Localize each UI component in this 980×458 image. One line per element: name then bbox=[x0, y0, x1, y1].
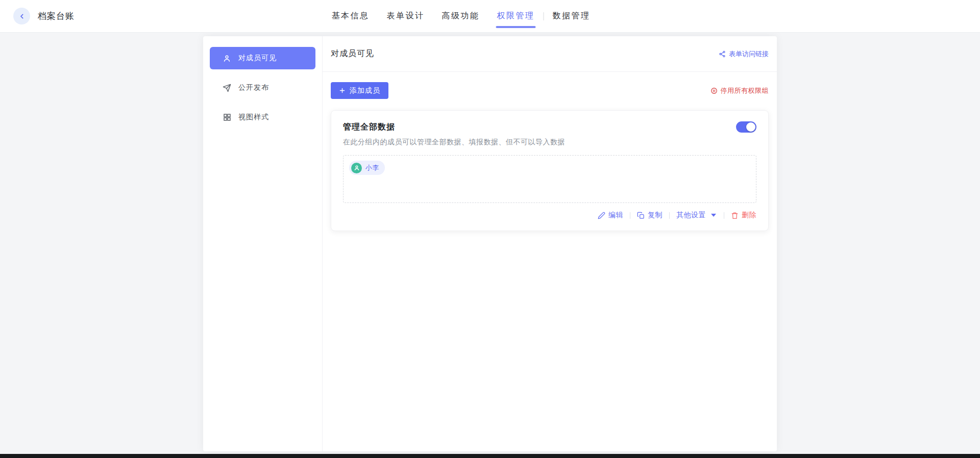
tab-basic-info[interactable]: 基本信息 bbox=[323, 0, 378, 32]
permission-panel: 对成员可见 表单访问链接 添加成员 bbox=[323, 36, 777, 451]
tab-data-management[interactable]: 数据管理 bbox=[544, 0, 599, 32]
action-divider bbox=[669, 212, 670, 219]
tab-form-design[interactable]: 表单设计 bbox=[378, 0, 433, 32]
other-settings-dropdown[interactable]: 其他设置 bbox=[676, 211, 717, 220]
content-card: 对成员可见 公开发布 视图样式 对成员可见 bbox=[203, 36, 777, 451]
add-member-button-label: 添加成员 bbox=[350, 86, 380, 95]
action-divider bbox=[724, 212, 724, 219]
pause-circle-icon bbox=[710, 87, 718, 94]
group-description: 在此分组内的成员可以管理全部数据、填报数据、但不可以导入数据 bbox=[343, 138, 756, 147]
sidebar-item-label: 公开发布 bbox=[238, 83, 269, 92]
toggle-knob bbox=[746, 122, 755, 132]
permission-group-card: 管理全部数据 在此分组内的成员可以管理全部数据、填报数据、但不可以导入数据 小李 bbox=[331, 110, 769, 231]
copy-link[interactable]: 复制 bbox=[637, 211, 663, 220]
panel-header: 对成员可见 表单访问链接 bbox=[323, 36, 777, 72]
form-access-link[interactable]: 表单访问链接 bbox=[719, 49, 769, 59]
page-title: 档案台账 bbox=[38, 10, 75, 22]
send-icon bbox=[223, 84, 231, 92]
edit-label: 编辑 bbox=[608, 211, 623, 220]
member-avatar-icon bbox=[351, 163, 362, 173]
trash-icon bbox=[731, 212, 739, 219]
topbar-tabs: 基本信息 表单设计 高级功能 权限管理 数据管理 bbox=[323, 0, 599, 32]
tab-advanced-features[interactable]: 高级功能 bbox=[433, 0, 488, 32]
chevron-left-icon bbox=[18, 12, 26, 20]
bottom-bar bbox=[0, 454, 980, 458]
share-icon bbox=[719, 50, 726, 58]
user-icon bbox=[223, 54, 231, 63]
copy-label: 复制 bbox=[648, 211, 663, 220]
member-box[interactable]: 小李 bbox=[343, 155, 756, 203]
plus-icon bbox=[339, 87, 346, 94]
disable-all-groups-link[interactable]: 停用所有权限组 bbox=[710, 86, 769, 95]
caret-down-icon bbox=[709, 212, 717, 219]
form-access-link-label: 表单访问链接 bbox=[729, 49, 769, 59]
edit-link[interactable]: 编辑 bbox=[598, 211, 623, 220]
delete-label: 删除 bbox=[742, 211, 756, 220]
add-member-button[interactable]: 添加成员 bbox=[331, 82, 388, 99]
member-chip[interactable]: 小李 bbox=[349, 161, 385, 175]
sidebar-item-view-style[interactable]: 视图样式 bbox=[210, 106, 315, 129]
sidebar-item-member-visible[interactable]: 对成员可见 bbox=[210, 47, 315, 69]
group-actions: 编辑 复制 其他设置 bbox=[343, 211, 756, 220]
group-head: 管理全部数据 bbox=[343, 121, 756, 133]
delete-link[interactable]: 删除 bbox=[731, 211, 756, 220]
member-name: 小李 bbox=[365, 163, 379, 172]
topbar: 档案台账 基本信息 表单设计 高级功能 权限管理 数据管理 bbox=[0, 0, 980, 33]
action-divider bbox=[630, 212, 630, 219]
sidebar: 对成员可见 公开发布 视图样式 bbox=[203, 36, 323, 451]
sidebar-item-label: 对成员可见 bbox=[238, 54, 277, 63]
group-title: 管理全部数据 bbox=[343, 122, 395, 133]
back-button[interactable] bbox=[13, 8, 30, 24]
main-area: 对成员可见 公开发布 视图样式 对成员可见 bbox=[0, 33, 980, 454]
panel-title: 对成员可见 bbox=[331, 48, 374, 59]
group-enabled-toggle[interactable] bbox=[736, 121, 756, 133]
sidebar-item-public-publish[interactable]: 公开发布 bbox=[210, 77, 315, 99]
pencil-icon bbox=[598, 212, 605, 219]
disable-all-groups-label: 停用所有权限组 bbox=[721, 86, 769, 95]
toolbar: 添加成员 停用所有权限组 bbox=[323, 82, 777, 99]
other-settings-label: 其他设置 bbox=[676, 211, 706, 220]
sidebar-item-label: 视图样式 bbox=[238, 113, 269, 122]
tab-permission-management[interactable]: 权限管理 bbox=[488, 0, 544, 32]
copy-icon bbox=[637, 212, 645, 219]
grid-icon bbox=[223, 113, 231, 122]
